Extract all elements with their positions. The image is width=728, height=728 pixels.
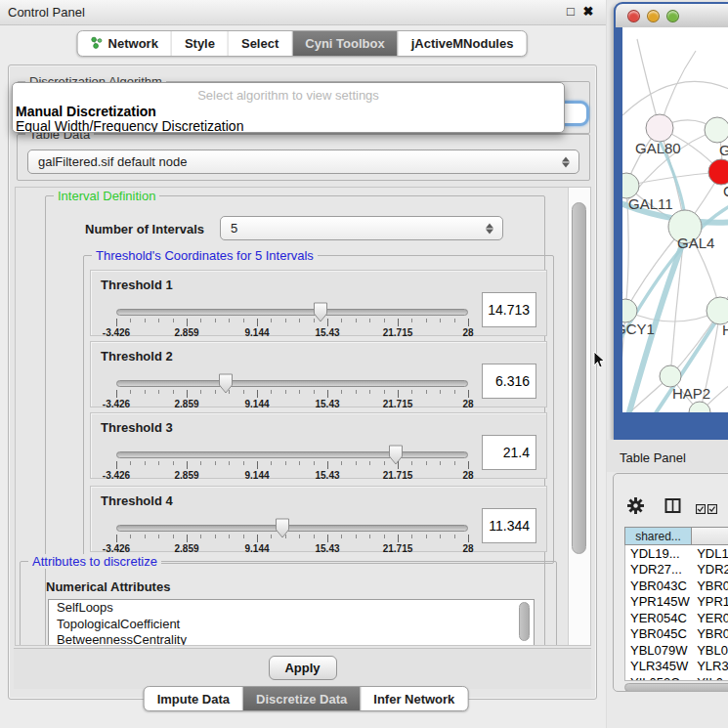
number-of-intervals-combobox[interactable]: 5: [220, 216, 503, 240]
slider-track[interactable]: [116, 309, 468, 316]
network-node-label: GAL4: [677, 235, 714, 251]
threshold-coordinates-group: Threshold's Coordinates for 5 Intervals …: [83, 255, 554, 564]
panel-title: Control Panel: [8, 5, 85, 20]
table-row[interactable]: YBR043CYBR0: [625, 578, 728, 594]
algorithm-dropdown-popup: Select algorithm to view settings Manual…: [12, 82, 565, 133]
slider-ticks: [116, 390, 468, 399]
tab-discretize-data[interactable]: Discretize Data: [243, 687, 361, 710]
numerical-attributes-list[interactable]: SelfLoopsTopologicalCoefficientBetweenne…: [48, 599, 535, 646]
threshold-2-slider[interactable]: -3.4262.8599.14415.4321.71528: [116, 373, 470, 407]
slider-track[interactable]: [116, 451, 468, 458]
tab-cyni-toolbox[interactable]: Cyni Toolbox: [292, 31, 398, 56]
threshold-2-value-field[interactable]: [482, 364, 536, 399]
threshold-3-label: Threshold 3: [101, 420, 173, 435]
tab-label: Discretize Data: [256, 692, 347, 707]
column-header-name[interactable]: na: [692, 527, 728, 545]
combo-spinner-icon: [486, 222, 494, 235]
table-cell: YDR27...: [625, 562, 692, 577]
checkbox-icon[interactable]: [707, 500, 717, 518]
network-node[interactable]: [708, 159, 728, 185]
attribute-list-item[interactable]: TopologicalCoefficient: [49, 617, 534, 633]
tab-style[interactable]: Style: [172, 31, 229, 56]
table-row[interactable]: YLR345WYLR3: [625, 659, 728, 675]
tab-label: jActiveMNodules: [411, 36, 514, 51]
scrollbar-thumb[interactable]: [572, 202, 586, 554]
combo-spinner-icon: [562, 155, 571, 168]
threshold-1-panel: Threshold 1 -3.4262.8599.14415.4321.7152…: [90, 270, 547, 336]
tab-infer-network[interactable]: Infer Network: [361, 687, 467, 710]
table-row[interactable]: YDL19...YDL1: [625, 545, 728, 562]
table-cell: YBR0: [692, 578, 728, 593]
table-cell: YLR3: [692, 659, 728, 673]
settings-scroll-area: Interval Definition Number of Intervals …: [15, 187, 591, 646]
slider-ticks: [116, 461, 468, 470]
tab-impute-data[interactable]: Impute Data: [145, 687, 243, 710]
table-row[interactable]: YPR145WYPR1: [625, 594, 728, 611]
panel-scrollbar[interactable]: [568, 188, 590, 645]
table-row[interactable]: YBR045CYBR0: [625, 626, 728, 643]
apply-button[interactable]: Apply: [269, 656, 337, 680]
threshold-1-slider[interactable]: -3.4262.8599.14415.4321.71528: [116, 302, 470, 335]
threshold-3-value-field[interactable]: [482, 435, 536, 470]
gear-icon[interactable]: [627, 497, 644, 518]
network-node[interactable]: [707, 297, 728, 324]
tab-label: Impute Data: [157, 692, 230, 707]
list-scrollbar[interactable]: [519, 602, 532, 643]
checkbox-icon[interactable]: [696, 500, 706, 518]
slider-track[interactable]: [116, 525, 468, 532]
scrollbar-thumb[interactable]: [519, 602, 530, 641]
threshold-2-panel: Threshold 2 -3.4262.8599.14415.4321.7152…: [90, 341, 547, 407]
table-cell: YBL0: [692, 643, 728, 658]
column-header-shared-name[interactable]: shared...: [624, 527, 692, 545]
split-columns-icon[interactable]: [664, 497, 681, 518]
threshold-2-label: Threshold 2: [101, 349, 173, 364]
table-data-value: galFiltered.sif default node: [38, 154, 187, 169]
attribute-list-item[interactable]: BetweennessCentrality: [49, 632, 534, 646]
table-panel: shared... na YDL19...YDL1YDR27...YDR2YBR…: [613, 473, 728, 692]
numerical-attributes-label: Numerical Attributes: [46, 579, 170, 594]
tab-jactivemnodules[interactable]: jActiveMNodules: [399, 31, 527, 56]
table-row[interactable]: YBL079WYBL0: [625, 642, 728, 659]
slider-track[interactable]: [116, 380, 468, 387]
network-window-titlebar[interactable]: [616, 4, 728, 27]
algorithm-option-manual[interactable]: Manual Discretization: [13, 105, 564, 119]
threshold-1-label: Threshold 1: [101, 278, 173, 292]
threshold-4-label: Threshold 4: [101, 493, 173, 508]
threshold-4-value-field[interactable]: [482, 508, 536, 543]
threshold-1-value-field[interactable]: [482, 292, 536, 327]
threshold-4-slider[interactable]: -3.4262.8599.14415.4321.71528: [116, 518, 470, 551]
algorithm-option-equal-width[interactable]: Equal Width/Frequency Discretization: [13, 119, 564, 133]
table-cell: YDL19...: [625, 546, 692, 561]
table-data-group: Table Data galFiltered.sif default node: [17, 134, 590, 181]
table-cell: YDR2: [692, 562, 728, 577]
top-tabbar: Network Style Select Cyni Toolbox jActiv…: [77, 30, 528, 57]
tab-select[interactable]: Select: [229, 31, 292, 56]
float-panel-icon[interactable]: □: [563, 4, 578, 19]
attribute-list-item[interactable]: SelfLoops: [49, 600, 534, 617]
table-row[interactable]: YER054CYER0: [625, 610, 728, 626]
network-node[interactable]: [705, 117, 728, 143]
table-data-combobox[interactable]: galFiltered.sif default node: [27, 150, 579, 174]
tab-network[interactable]: Network: [78, 31, 172, 56]
network-node[interactable]: [646, 114, 673, 142]
table-cell: YIL0: [692, 675, 728, 681]
table-row[interactable]: YDR27...YDR2: [625, 562, 728, 578]
network-node-label: H: [722, 321, 728, 338]
minimize-window-icon[interactable]: [647, 10, 660, 22]
slider-tick-labels: -3.4262.8599.14415.4321.71528: [116, 470, 468, 482]
tab-label: Infer Network: [373, 692, 454, 707]
close-window-icon[interactable]: [627, 10, 640, 22]
table-cell: YIL052C: [625, 675, 692, 681]
network-node[interactable]: [622, 299, 637, 322]
threshold-3-slider[interactable]: -3.4262.8599.14415.4321.71528: [116, 445, 470, 478]
table-cell: YPR145W: [625, 594, 692, 609]
table-horizontal-scrollbar[interactable]: [624, 683, 728, 692]
threshold-3-panel: Threshold 3 -3.4262.8599.14415.4321.7152…: [90, 412, 547, 479]
zoom-window-icon[interactable]: [666, 10, 679, 22]
scrollbar-thumb[interactable]: [624, 683, 728, 692]
close-panel-icon[interactable]: ✖: [580, 4, 596, 19]
table-row[interactable]: YIL052CYIL0: [625, 674, 728, 681]
control-panel-titlebar: Control Panel □ ✖: [0, 0, 606, 25]
network-canvas[interactable]: GAL80G.CGAL11GAL4GCY1HHAP2: [622, 27, 728, 412]
network-node[interactable]: [660, 365, 681, 387]
